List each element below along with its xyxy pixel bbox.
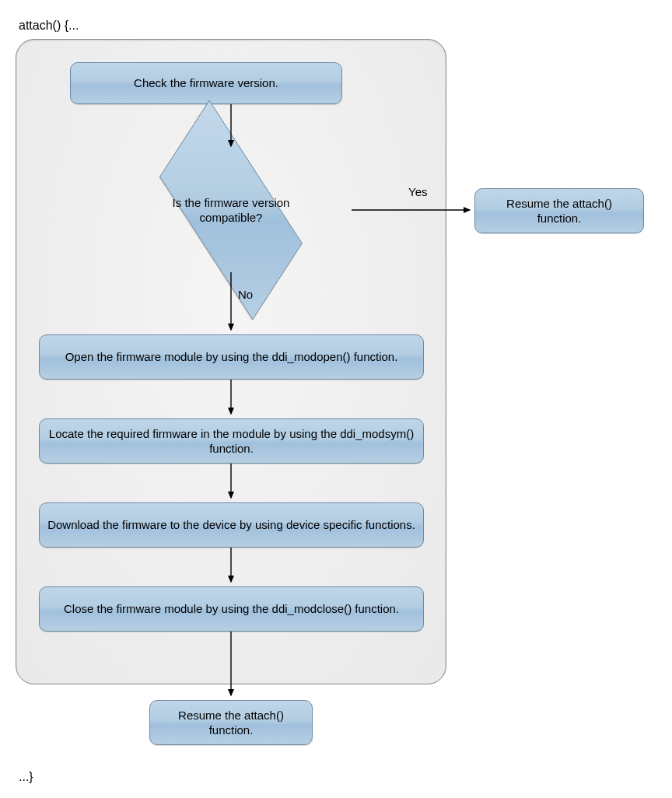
edge-label-no: No [238,288,253,301]
node-close-module: Close the firmware module by using the d… [39,586,424,632]
edge-label-yes: Yes [408,185,427,198]
code-header: attach() {... [19,19,656,33]
code-footer: ...} [19,770,656,784]
node-decision-compatible: Is the firmware version compatible? [110,148,352,272]
flowchart-canvas: Check the firmware version. Is the firmw… [16,39,656,762]
node-check-firmware: Check the firmware version. [70,62,342,104]
decision-label: Is the firmware version compatible? [110,148,352,272]
node-resume-yes: Resume the attach() function. [474,188,644,233]
node-resume-end: Resume the attach() function. [149,700,313,745]
node-locate-firmware: Locate the required firmware in the modu… [39,418,424,464]
node-download-firmware: Download the firmware to the device by u… [39,502,424,548]
node-open-module: Open the firmware module by using the dd… [39,334,424,380]
